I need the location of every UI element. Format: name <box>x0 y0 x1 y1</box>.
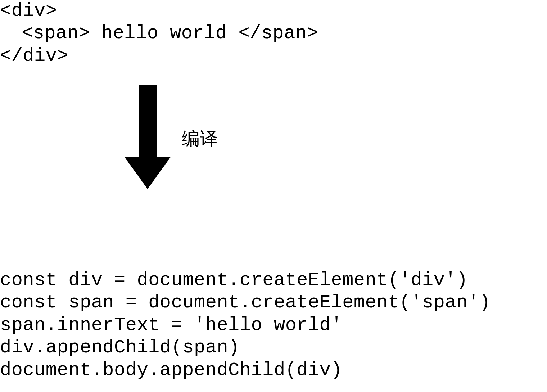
compiled-line-3: span.innerText = 'hello world' <box>0 314 491 337</box>
code-line-3: </div> <box>0 45 318 67</box>
compile-label: 编译 <box>182 127 218 151</box>
compiled-line-2: const span = document.createElement('spa… <box>0 292 491 314</box>
compiled-line-1: const div = document.createElement('div'… <box>0 269 491 292</box>
source-html-code: <div> <span> hello world </span> </div> <box>0 0 318 67</box>
compiled-line-5: document.body.appendChild(div) <box>0 359 491 382</box>
compiled-js-code: const div = document.createElement('div'… <box>0 269 491 382</box>
svg-marker-1 <box>124 157 171 189</box>
code-line-2: <span> hello world </span> <box>0 22 318 45</box>
svg-rect-0 <box>139 85 157 157</box>
code-line-1: <div> <box>0 0 318 22</box>
compiled-line-4: div.appendChild(span) <box>0 337 491 359</box>
compile-arrow-container: 编译 <box>124 85 218 189</box>
down-arrow-icon <box>124 85 171 189</box>
